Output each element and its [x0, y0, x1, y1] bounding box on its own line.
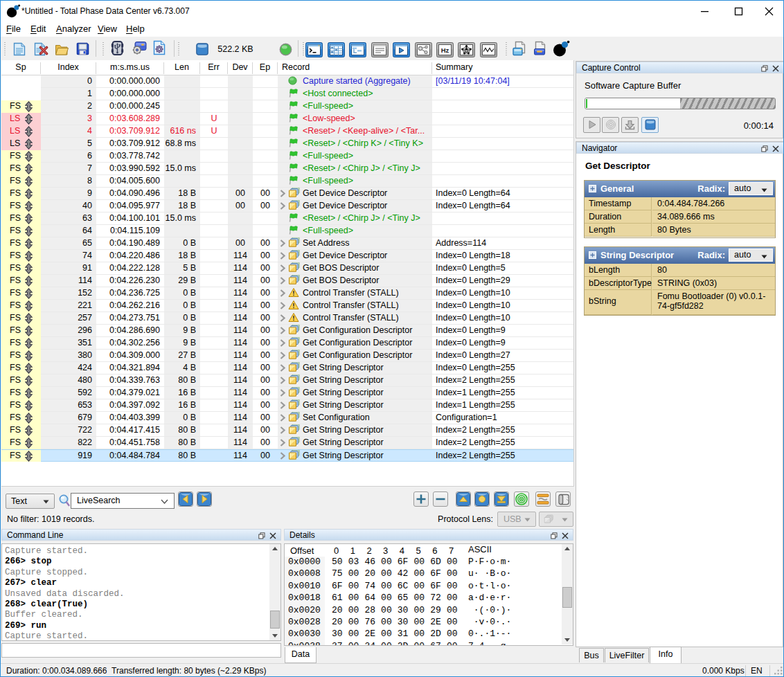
svg-text:Hz: Hz [441, 46, 449, 54]
